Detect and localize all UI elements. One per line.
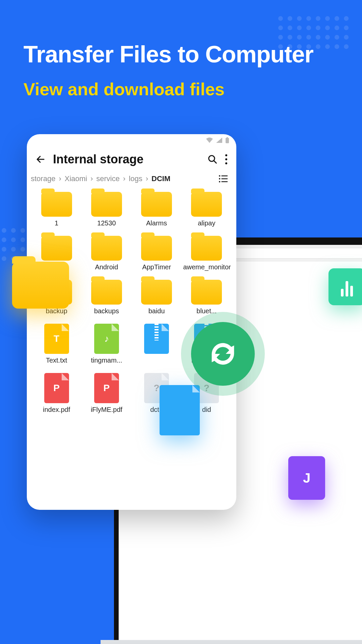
- file-item[interactable]: ♪tingmam...: [82, 324, 131, 364]
- folder-icon: [41, 192, 72, 217]
- pdf-file-icon: P: [44, 373, 69, 403]
- svg-rect-2: [226, 138, 229, 143]
- file-name: iFlyME.pdf: [91, 406, 122, 414]
- list-view-icon[interactable]: [219, 175, 232, 182]
- folder-item[interactable]: baidu: [132, 280, 181, 315]
- file-name: alipay: [198, 219, 215, 227]
- breadcrumb-item[interactable]: DCIM: [152, 174, 170, 183]
- folder-icon: [191, 280, 222, 305]
- file-item[interactable]: PiFlyME.pdf: [82, 373, 131, 414]
- svg-rect-3: [227, 137, 228, 138]
- folder-icon: [141, 192, 172, 217]
- file-name: Alarms: [146, 219, 167, 227]
- breadcrumb-item[interactable]: storage: [31, 174, 55, 183]
- file-name: Text.txt: [46, 357, 67, 364]
- marketing-subhead: View and download files: [23, 79, 225, 99]
- folder-item[interactable]: aweme_monitor: [182, 236, 231, 271]
- file-name: AppTimer: [142, 263, 171, 271]
- breadcrumb-item[interactable]: service: [96, 174, 120, 183]
- folder-icon: [41, 236, 72, 261]
- breadcrumb-item[interactable]: Xiaomi: [65, 174, 87, 183]
- folder-icon: [141, 236, 172, 261]
- marketing-headline: Transfer Files to Computer: [23, 41, 313, 68]
- file-name: bluet...: [196, 307, 217, 315]
- battery-icon: [226, 137, 229, 143]
- laptop-base: [101, 640, 362, 644]
- folder-icon: [91, 236, 122, 261]
- folder-item[interactable]: Alarms: [132, 192, 181, 227]
- breadcrumb-item[interactable]: logs: [129, 174, 142, 183]
- folder-item[interactable]: Android: [82, 236, 131, 271]
- wifi-icon: [206, 138, 213, 143]
- file-name: did: [202, 406, 211, 414]
- svg-point-11: [219, 178, 220, 179]
- file-name: Android: [95, 263, 118, 271]
- file-item[interactable]: [132, 324, 181, 364]
- float-folder-icon: [12, 262, 69, 309]
- file-name: backups: [94, 307, 119, 315]
- file-item[interactable]: TText.txt: [32, 324, 81, 364]
- file-name: baidu: [148, 307, 165, 315]
- app-bar: Internal storage: [27, 144, 236, 172]
- more-icon[interactable]: [225, 154, 228, 164]
- folder-item[interactable]: 12530: [82, 192, 131, 227]
- float-zip-icon: [160, 385, 200, 435]
- folder-icon: [191, 236, 222, 261]
- float-chart-icon: [328, 268, 362, 305]
- folder-icon: [91, 192, 122, 217]
- folder-item[interactable]: 1: [32, 192, 81, 227]
- folder-icon: [191, 192, 222, 217]
- file-name: tingmam...: [91, 357, 122, 364]
- music-file-icon: ♪: [94, 324, 119, 354]
- folder-item[interactable]: bluet...: [182, 280, 231, 315]
- search-icon[interactable]: [207, 154, 218, 164]
- svg-point-8: [225, 162, 227, 164]
- folder-item[interactable]: alipay: [182, 192, 231, 227]
- app-title: Internal storage: [53, 152, 200, 166]
- sync-icon: [191, 322, 255, 386]
- folder-icon: [141, 280, 172, 305]
- folder-item[interactable]: AppTimer: [132, 236, 181, 271]
- float-file-icon: J: [288, 456, 325, 500]
- file-name: index.pdf: [43, 406, 70, 414]
- file-item[interactable]: Pindex.pdf: [32, 373, 81, 414]
- back-icon[interactable]: [36, 154, 46, 164]
- file-name: 12530: [97, 219, 116, 227]
- status-bar: [27, 134, 236, 144]
- folder-icon: [91, 280, 122, 305]
- svg-point-7: [225, 158, 227, 160]
- file-name: aweme_monitor: [183, 263, 230, 271]
- zip-file-icon: [144, 324, 169, 354]
- signal-icon: [216, 138, 222, 143]
- txt-file-icon: T: [44, 324, 69, 354]
- breadcrumb[interactable]: storage›Xiaomi›service›logs›DCIM: [27, 172, 236, 189]
- pdf-file-icon: P: [94, 373, 119, 403]
- file-name: 1: [55, 219, 58, 227]
- folder-item[interactable]: backups: [82, 280, 131, 315]
- svg-point-6: [225, 154, 227, 156]
- phone-mockup: Internal storage storage›Xiaomi›service›…: [27, 134, 236, 510]
- svg-point-9: [219, 175, 220, 176]
- svg-line-5: [214, 161, 217, 163]
- svg-point-13: [219, 181, 220, 182]
